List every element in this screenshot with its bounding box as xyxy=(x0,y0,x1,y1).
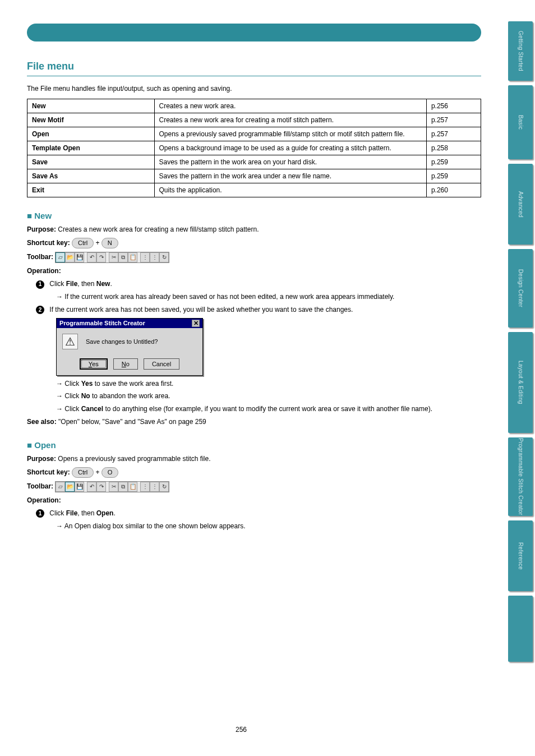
followup-3: → Click Cancel to do anything else (for … xyxy=(56,404,481,414)
step1-text-c: , then xyxy=(77,280,96,288)
label-operation: Operation: xyxy=(27,266,481,276)
toolbar-paste-icon[interactable]: 📋 xyxy=(128,252,137,262)
key-n: N xyxy=(102,238,118,248)
tab-reference[interactable]: Reference xyxy=(508,520,533,591)
cancel-button[interactable]: Cancel xyxy=(144,358,179,370)
label-operation-open: Operation: xyxy=(27,496,481,505)
key-o: O xyxy=(102,467,119,478)
purpose-cell: Saves the pattern in the work area under… xyxy=(154,169,426,183)
purpose-cell: Saves the pattern in the work area on yo… xyxy=(154,155,426,169)
tab-basic[interactable]: Basic xyxy=(508,85,533,159)
header-bar xyxy=(27,24,481,42)
menu-cell: Exit xyxy=(27,183,155,197)
step-number-2: 2 xyxy=(36,306,44,314)
table-row: New MotifCreates a new work area for cre… xyxy=(27,113,481,127)
yes-button[interactable]: Yes xyxy=(80,358,108,370)
toolbar-strip-new: ▱📂💾↶↷✂⧉📋⋮⋮↻ xyxy=(55,252,169,263)
toolbar-open-icon[interactable]: 📂 xyxy=(65,252,75,262)
tab-label: Reference xyxy=(518,542,524,570)
page-cell: p.257 xyxy=(426,127,481,141)
tab-blank xyxy=(508,596,533,662)
tab-label: Design Center xyxy=(518,269,524,307)
toolbar-copy-icon[interactable]: ⧉ xyxy=(118,482,128,492)
step1-new: New xyxy=(96,280,110,288)
toolbar-refresh-icon[interactable]: ↻ xyxy=(159,482,169,492)
tab-label: Layout & Editing xyxy=(518,361,524,404)
toolbar-undo-icon[interactable]: ↶ xyxy=(87,252,96,262)
toolbar-refresh-icon[interactable]: ↻ xyxy=(159,252,169,262)
label-toolbar: Toolbar: xyxy=(27,253,53,261)
tab-getting-started[interactable]: Getting Started xyxy=(508,21,533,81)
open-subheading: ■ Open xyxy=(27,440,481,450)
heading-rule xyxy=(27,76,481,76)
page-cell: p.259 xyxy=(426,155,481,169)
save-dialog: Programmable Stitch Creator ✕ ⚠ Save cha… xyxy=(56,318,203,376)
table-row: SaveSaves the pattern in the work area o… xyxy=(27,155,481,169)
label-shortcut: Shortcut key: xyxy=(27,239,70,247)
table-row: Template OpenOpens a background image to… xyxy=(27,141,481,155)
toolbar-new-icon[interactable]: ▱ xyxy=(56,252,65,262)
step1-text-a: Click xyxy=(49,280,66,288)
open-title: Open xyxy=(34,440,56,450)
menu-cell: Open xyxy=(27,127,155,141)
toolbar-strip-open: ▱📂💾↶↷✂⧉📋⋮⋮↻ xyxy=(55,481,169,492)
file-menu-table: NewCreates a new work area.p.256 New Mot… xyxy=(27,99,481,197)
no-button[interactable]: No xyxy=(113,358,138,370)
dialog-title-text: Programmable Stitch Creator xyxy=(59,320,145,327)
file-menu-intro: The File menu handles file input/output,… xyxy=(27,84,481,93)
menu-cell: Save As xyxy=(27,169,155,183)
label-shortcut-open: Shortcut key: xyxy=(27,468,70,476)
tab-label: Basic xyxy=(518,115,524,130)
toolbar-redo-icon[interactable]: ↷ xyxy=(96,482,106,492)
page-cell: p.259 xyxy=(426,169,481,183)
close-icon[interactable]: ✕ xyxy=(192,320,200,327)
key-ctrl-2: Ctrl xyxy=(72,467,94,478)
toolbar-misc2-icon[interactable]: ⋮ xyxy=(150,482,159,492)
label-purpose: Purpose: xyxy=(27,225,56,233)
toolbar-misc2-icon[interactable]: ⋮ xyxy=(150,252,159,262)
toolbar-save-icon[interactable]: 💾 xyxy=(75,252,84,262)
toolbar-copy-icon[interactable]: ⧉ xyxy=(118,252,128,262)
purpose-cell: Creates a new work area for creating a m… xyxy=(154,113,426,127)
toolbar-new-icon[interactable]: ▱ xyxy=(56,482,65,492)
page-cell: p.258 xyxy=(426,141,481,155)
toolbar-redo-icon[interactable]: ↷ xyxy=(96,252,106,262)
table-row: NewCreates a new work area.p.256 xyxy=(27,99,481,113)
menu-cell: Save xyxy=(27,155,155,169)
open-purpose-text: Opens a previously saved programmable st… xyxy=(58,455,210,463)
step2-text: If the current work area has not been sa… xyxy=(49,306,353,314)
dialog-titlebar: Programmable Stitch Creator ✕ xyxy=(57,319,202,328)
page-cell: p.257 xyxy=(426,113,481,127)
label-seealso: See also: xyxy=(27,418,57,426)
purpose-cell: Opens a background image to be used as a… xyxy=(154,141,426,155)
toolbar-cut-icon[interactable]: ✂ xyxy=(109,252,118,262)
toolbar-cut-icon[interactable]: ✂ xyxy=(109,482,118,492)
new-purpose-text: Creates a new work area for creating a n… xyxy=(58,225,259,233)
warning-icon: ⚠ xyxy=(62,334,78,349)
page-number: 256 xyxy=(0,726,482,734)
step-1: 1 Click File, then New. xyxy=(36,279,481,289)
toolbar-open-icon[interactable]: 📂 xyxy=(65,482,75,492)
table-row: OpenOpens a previously saved programmabl… xyxy=(27,127,481,141)
toolbar-undo-icon[interactable]: ↶ xyxy=(87,482,96,492)
toolbar-save-icon[interactable]: 💾 xyxy=(75,482,84,492)
tab-advanced[interactable]: Advanced xyxy=(508,164,533,245)
page-content: File menu The File menu handles file inp… xyxy=(27,61,481,534)
table-row: ExitQuits the application.p.260 xyxy=(27,183,481,197)
purpose-cell: Quits the application. xyxy=(154,183,426,197)
step-2: 2 If the current work area has not been … xyxy=(36,305,481,315)
tab-label: Getting Started xyxy=(518,31,524,71)
tab-design-center[interactable]: Design Center xyxy=(508,249,533,328)
seealso-text: "Open" below, "Save" and "Save As" on pa… xyxy=(58,418,206,426)
tab-layout-editing[interactable]: Layout & Editing xyxy=(508,332,533,433)
toolbar-paste-icon[interactable]: 📋 xyxy=(128,482,137,492)
dialog-message: Save changes to Untitled? xyxy=(86,338,158,345)
file-menu-heading: File menu xyxy=(27,61,481,72)
toolbar-misc1-icon[interactable]: ⋮ xyxy=(140,252,150,262)
tab-label: Advanced xyxy=(518,191,524,218)
new-title: New xyxy=(34,211,52,220)
toolbar-misc1-icon[interactable]: ⋮ xyxy=(140,482,150,492)
step-number-1b: 1 xyxy=(36,509,44,518)
open-step1-result: → An Open dialog box similar to the one … xyxy=(56,522,481,531)
tab-programmable-stitch[interactable]: Programmable Stitch Creator xyxy=(508,437,533,516)
